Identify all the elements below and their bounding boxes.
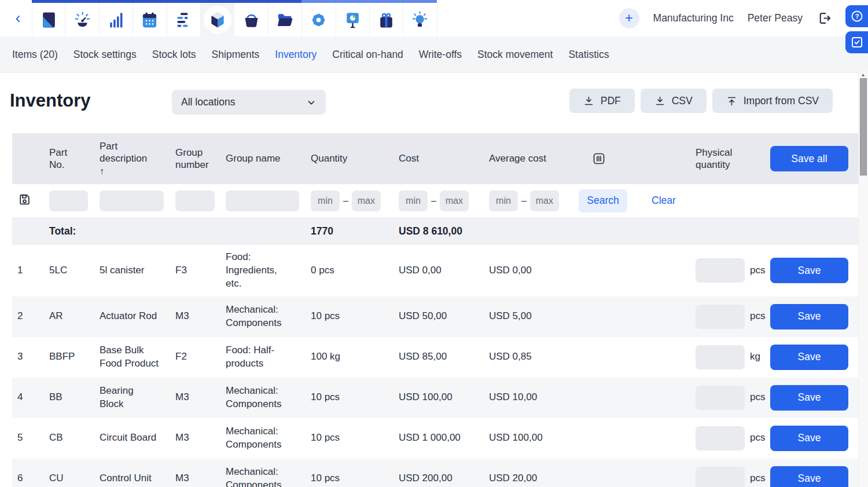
save-all-button[interactable]: Save all [770,146,848,171]
physical-quantity-input[interactable] [696,258,745,283]
filter-part-no-input[interactable] [49,191,88,211]
save-button[interactable]: Save [770,385,848,411]
tab-statistics[interactable]: Statistics [568,49,609,61]
physical-quantity-input[interactable] [696,305,745,329]
module-journal[interactable] [32,3,65,36]
range-dash: – [343,196,348,206]
row-number: 3 [12,350,49,364]
physical-quantity-input[interactable] [696,345,745,369]
module-gifts[interactable] [370,3,403,36]
unit-label: pcs [750,391,765,404]
col-header-part-no[interactable]: Part No. [49,147,100,171]
table-total-row: Total: 1770 USD 8 610,00 [12,217,862,245]
tab-inventory[interactable]: Inventory [275,49,317,61]
filter-cost-min-input[interactable] [399,191,428,211]
save-button[interactable]: Save [770,258,848,283]
col-header-cost[interactable]: Cost [399,152,489,164]
floating-buttons: ? [845,5,868,53]
average-cost: USD 10,00 [489,391,579,404]
col-header-group-number[interactable]: Group number [175,147,226,171]
save-button[interactable]: Save [770,466,848,487]
filter-cost-max-input[interactable] [440,191,469,211]
table-row: 3 BBFP Base Bulk Food Product F2 Food: H… [12,337,862,378]
svg-text:?: ? [855,13,859,20]
average-cost: USD 20,00 [489,472,579,485]
quantity: 10 pcs [311,391,399,404]
tab-stock-movement[interactable]: Stock movement [477,49,553,61]
filter-average-cost-min-input[interactable] [489,191,518,211]
export-pdf-label: PDF [601,95,621,107]
part-no: AR [49,310,100,323]
part-description: Circuit Board [100,431,156,445]
inventory-table: Part No. Part description ↑ Group number… [12,133,862,487]
col-header-group-name[interactable]: Group name [226,152,311,164]
search-button[interactable]: Search [579,189,627,213]
save-filter-icon[interactable] [17,192,32,207]
table-row: 1 5LC 5l canister F3 Food: Ingredients, … [12,245,862,296]
col-header-part-description[interactable]: Part description ↑ [100,140,175,178]
module-procurement[interactable] [234,3,268,36]
checkbox-icon [850,35,864,49]
filter-group-number-input[interactable] [175,191,215,211]
module-dashboard[interactable] [65,3,99,36]
filter-part-description-input[interactable] [100,191,164,211]
scrollbar-thumb[interactable] [860,78,867,175]
help-button[interactable]: ? [845,5,868,27]
module-stock[interactable] [201,3,234,36]
part-no: BB [49,391,100,404]
filter-quantity-max-input[interactable] [352,191,381,211]
unit-label: kg [750,350,760,364]
tab-stock-settings[interactable]: Stock settings [73,49,137,61]
save-button[interactable]: Save [770,345,848,370]
range-dash: – [431,196,436,206]
column-settings-icon[interactable] [592,152,606,166]
module-calendar[interactable] [133,3,167,36]
col-header-quantity[interactable]: Quantity [311,152,399,164]
tasks-button[interactable] [845,31,868,53]
module-settings[interactable] [302,3,336,36]
physical-quantity-input[interactable] [696,467,745,487]
user-name[interactable]: Peter Peasy [748,12,803,24]
export-pdf-button[interactable]: PDF [569,89,635,113]
tab-shipments[interactable]: Shipments [212,49,260,61]
unit-label: pcs [750,472,765,485]
folder-icon [275,10,295,30]
module-reports[interactable] [100,3,133,36]
tab-stock-lots[interactable]: Stock lots [152,49,196,61]
add-button[interactable]: + [619,8,639,28]
module-planning[interactable] [167,3,201,36]
module-documents[interactable] [269,3,302,36]
upload-icon [726,96,737,107]
vertical-scrollbar[interactable]: ▲ [858,71,868,487]
physical-quantity-input[interactable] [696,386,745,410]
tab-items[interactable]: Items (20) [12,49,58,61]
module-demo[interactable] [336,3,370,36]
group-number: M3 [175,472,226,485]
tab-critical-on-hand[interactable]: Critical on-hand [332,49,403,61]
module-ideas[interactable] [403,3,437,36]
scroll-up-icon[interactable]: ▲ [860,72,866,78]
topbar: ‹ [0,0,868,36]
part-description: Bearing Block [100,385,145,411]
quantity: 0 pcs [311,264,399,277]
logout-icon[interactable] [816,10,832,26]
collapse-menu-button[interactable]: ‹ [9,8,27,28]
part-description: 5l canister [100,264,144,277]
col-header-average-cost[interactable]: Average cost [489,152,579,164]
location-dropdown[interactable]: All locations [172,90,326,115]
physical-quantity-input[interactable] [696,426,745,451]
import-csv-button[interactable]: Import from CSV [712,89,833,113]
range-dash: – [521,196,527,206]
total-quantity: 1770 [311,225,399,237]
company-name[interactable]: Manufacturing Inc [653,12,734,24]
export-csv-button[interactable]: CSV [641,89,707,113]
filter-average-cost-max-input[interactable] [530,191,559,211]
tab-write-offs[interactable]: Write-offs [419,49,462,61]
save-button[interactable]: Save [770,304,848,329]
part-description: Actuator Rod [100,310,157,323]
clear-button[interactable]: Clear [652,195,676,207]
save-button[interactable]: Save [770,426,848,451]
filter-quantity-min-input[interactable] [311,191,340,211]
filter-group-name-input[interactable] [226,191,299,211]
table-row: 6 CU Control Unit M3 Mechanical: Compone… [12,459,862,487]
